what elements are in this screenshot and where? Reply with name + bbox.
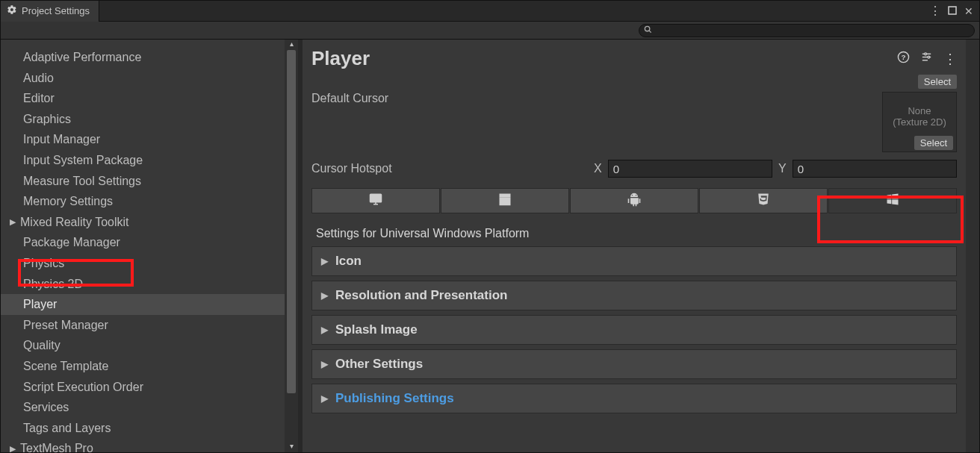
- platform-tab-webgl[interactable]: [699, 188, 828, 213]
- sidebar-item-label: Input System Package: [23, 152, 143, 169]
- foldout-publishing-settings[interactable]: ▶Publishing Settings: [311, 384, 957, 413]
- kebab-icon[interactable]: ⋮: [929, 4, 940, 18]
- sidebar-item-label: Physics: [23, 255, 64, 272]
- chevron-right-icon: ▶: [321, 393, 328, 404]
- page-title: Player: [311, 47, 370, 70]
- platform-tab-server[interactable]: [441, 188, 569, 213]
- select-button-cursor[interactable]: Select: [914, 136, 953, 150]
- maximize-icon[interactable]: [948, 5, 957, 17]
- sidebar-item-label: Editor: [23, 90, 55, 107]
- sidebar-item-label: Quality: [23, 337, 61, 354]
- foldout-icon[interactable]: ▶Icon: [311, 246, 957, 276]
- chevron-right-icon: ▶: [321, 359, 328, 369]
- hotspot-y-input[interactable]: [793, 160, 957, 178]
- toolbar: [1, 22, 979, 40]
- sidebar-item-mixed-reality-toolkit[interactable]: ▶Mixed Reality Toolkit: [1, 212, 285, 233]
- sidebar-item-label: Script Execution Order: [23, 379, 143, 396]
- svg-rect-0: [949, 7, 956, 14]
- sidebar-item-input-manager[interactable]: Input Manager: [1, 129, 285, 150]
- sidebar-item-label: Adaptive Performance: [23, 49, 141, 66]
- sidebar-item-audio[interactable]: Audio: [1, 68, 285, 89]
- sidebar-item-package-manager[interactable]: Package Manager: [1, 232, 285, 253]
- sidebar-item-tags-and-layers[interactable]: Tags and Layers: [1, 418, 285, 439]
- sidebar-item-label: Services: [23, 399, 69, 416]
- sidebar-item-label: Audio: [23, 70, 54, 87]
- server-icon: [497, 193, 513, 209]
- svg-point-16: [502, 196, 503, 196]
- foldout-label: Other Settings: [335, 357, 423, 372]
- scroll-up-icon[interactable]: ▴: [285, 40, 298, 50]
- sidebar-item-label: Physics 2D: [23, 276, 83, 293]
- svg-text:?: ?: [901, 53, 905, 61]
- sidebar-item-label: Preset Manager: [23, 317, 108, 334]
- hotspot-x-input[interactable]: [608, 160, 772, 178]
- svg-rect-15: [500, 202, 510, 205]
- preset-icon[interactable]: [920, 51, 933, 66]
- hotspot-y-label: Y: [778, 162, 787, 175]
- window-title-text: Project Settings: [22, 5, 90, 16]
- sidebar-item-label: Tags and Layers: [23, 420, 111, 437]
- sidebar-item-label: Package Manager: [23, 234, 120, 251]
- svg-point-1: [645, 26, 649, 31]
- sidebar-item-player[interactable]: Player: [1, 294, 285, 315]
- platform-tab-uwp[interactable]: [828, 188, 957, 213]
- scroll-down-icon[interactable]: ▾: [285, 442, 298, 452]
- svg-point-19: [636, 195, 636, 196]
- cursor-hotspot-label: Cursor Hotspot: [311, 162, 588, 175]
- sidebar-item-editor[interactable]: Editor: [1, 88, 285, 109]
- foldout-resolution-and-presentation[interactable]: ▶Resolution and Presentation: [311, 281, 957, 310]
- chevron-right-icon: ▶: [321, 256, 328, 266]
- svg-point-17: [502, 199, 503, 200]
- sidebar-scrollbar[interactable]: ▴ ▾: [285, 40, 298, 452]
- sidebar-item-graphics[interactable]: Graphics: [1, 109, 285, 130]
- sidebar-item-label: Player: [23, 296, 57, 313]
- sidebar-item-preset-manager[interactable]: Preset Manager: [1, 315, 285, 336]
- foldout-splash-image[interactable]: ▶Splash Image: [311, 315, 957, 345]
- sidebar-item-label: Mixed Reality Toolkit: [20, 214, 129, 231]
- svg-rect-10: [370, 194, 382, 202]
- sidebar-item-memory-settings[interactable]: Memory Settings: [1, 191, 285, 212]
- sidebar: Adaptive PerformanceAudioEditorGraphicsI…: [1, 40, 298, 452]
- sidebar-item-label: Measure Tool Settings: [23, 173, 141, 190]
- android-icon: [627, 192, 642, 210]
- hotspot-x-label: X: [594, 162, 602, 175]
- platform-tab-standalone[interactable]: [311, 188, 440, 213]
- scrollbar-thumb[interactable]: [287, 50, 296, 393]
- sidebar-item-quality[interactable]: Quality: [1, 335, 285, 356]
- default-cursor-label: Default Cursor: [311, 92, 588, 105]
- help-icon[interactable]: ?: [897, 51, 910, 66]
- main-scrollbar[interactable]: [966, 40, 979, 452]
- close-icon[interactable]: ✕: [964, 5, 973, 17]
- windows-icon: [885, 192, 900, 210]
- html5-icon: [757, 192, 770, 210]
- chevron-right-icon: ▶: [321, 325, 328, 335]
- sidebar-item-script-execution-order[interactable]: Script Execution Order: [1, 377, 285, 398]
- search-input[interactable]: [655, 26, 970, 35]
- sidebar-item-physics-2d[interactable]: Physics 2D: [1, 274, 285, 295]
- sidebar-item-measure-tool-settings[interactable]: Measure Tool Settings: [1, 171, 285, 192]
- cursor-none-text: None: [908, 105, 931, 116]
- chevron-right-icon: ▶: [10, 216, 20, 228]
- foldout-label: Icon: [335, 254, 362, 269]
- sidebar-item-input-system-package[interactable]: Input System Package: [1, 150, 285, 171]
- sidebar-item-adaptive-performance[interactable]: Adaptive Performance: [1, 47, 285, 68]
- cursor-type-text: (Texture 2D): [893, 116, 946, 128]
- gear-icon: [7, 4, 17, 17]
- kebab-icon[interactable]: ⋮: [943, 51, 957, 67]
- sidebar-item-services[interactable]: Services: [1, 397, 285, 418]
- sidebar-item-scene-template[interactable]: Scene Template: [1, 356, 285, 377]
- search-field[interactable]: [639, 24, 975, 37]
- chevron-right-icon: ▶: [321, 290, 328, 301]
- platform-tab-android[interactable]: [570, 188, 698, 213]
- sidebar-item-physics[interactable]: Physics: [1, 253, 285, 274]
- foldout-other-settings[interactable]: ▶Other Settings: [311, 349, 957, 379]
- select-button-top[interactable]: Select: [918, 75, 957, 89]
- foldout-label: Splash Image: [335, 322, 418, 337]
- sidebar-item-label: Input Manager: [23, 131, 100, 148]
- svg-point-9: [928, 56, 930, 58]
- foldout-label: Publishing Settings: [335, 391, 454, 406]
- default-cursor-field[interactable]: None (Texture 2D) Select: [882, 92, 957, 152]
- window-tab-project-settings[interactable]: Project Settings: [1, 1, 99, 22]
- sidebar-item-textmesh-pro[interactable]: ▶TextMesh Pro: [1, 438, 285, 452]
- settings-section-title: Settings for Universal Windows Platform: [311, 224, 957, 246]
